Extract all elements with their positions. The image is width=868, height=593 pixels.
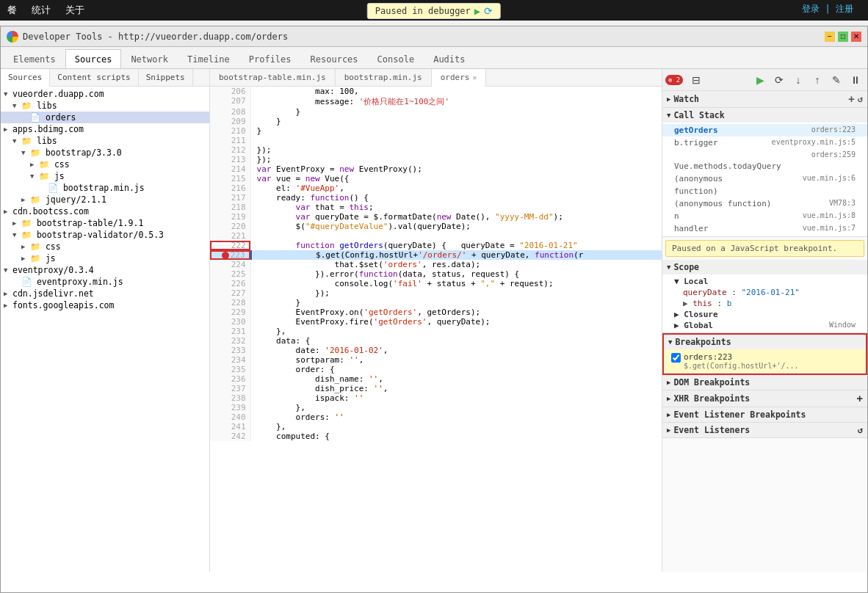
debugger-banner: Paused in debugger ▶ ⟳ — [367, 3, 501, 19]
menu-item-about[interactable]: 关于 — [65, 4, 84, 17]
separator: | — [825, 4, 831, 14]
step-icon[interactable]: ⟳ — [484, 5, 493, 17]
paused-text: Paused in debugger — [375, 6, 471, 16]
menu-item-food[interactable]: 餐 — [7, 4, 17, 17]
menu-item-stats[interactable]: 统计 — [32, 4, 51, 17]
login-area: 登录 | 注册 — [802, 3, 853, 15]
top-menubar: 餐 统计 关于 Paused in debugger ▶ ⟳ 登录 | 注册 — [0, 0, 868, 21]
resume-icon[interactable]: ▶ — [474, 5, 480, 17]
register-link[interactable]: 注册 — [836, 4, 853, 14]
login-link[interactable]: 登录 — [802, 4, 820, 14]
